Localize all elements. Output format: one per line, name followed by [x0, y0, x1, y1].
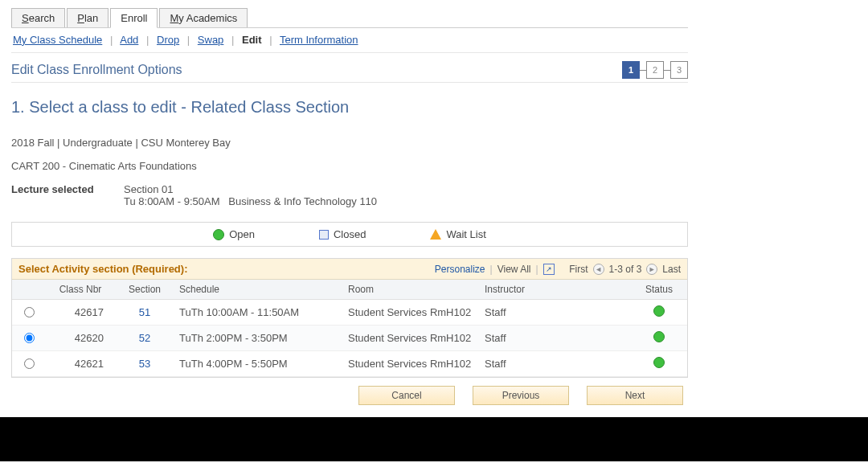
section-link[interactable]: 51 [139, 306, 150, 318]
tab-search[interactable]: Search [11, 8, 65, 27]
next-button[interactable]: Next [587, 386, 683, 405]
previous-button[interactable]: Previous [473, 386, 569, 405]
room-cell: Student Services RmH102 [342, 326, 478, 351]
main-tabs: Search Plan Enroll My Academics [11, 7, 688, 28]
class-table: Class Nbr Section Schedule Room Instruct… [12, 280, 687, 377]
view-all-link[interactable]: View All [497, 264, 531, 275]
legend-closed: Closed [319, 228, 366, 240]
lecture-selected-label: Lecture selected [11, 183, 124, 207]
prev-page-icon[interactable]: ◄ [593, 264, 604, 275]
tab-plan[interactable]: Plan [67, 8, 108, 27]
instructor-cell: Staff [478, 300, 631, 326]
select-radio[interactable] [24, 307, 35, 317]
instructor-cell: Staff [478, 351, 631, 377]
schedule-cell: TuTh 2:00PM - 3:50PM [173, 326, 342, 351]
room-cell: Student Services RmH102 [342, 351, 478, 377]
stepper: 1 2 3 [622, 61, 688, 79]
subnav-drop[interactable]: Drop [157, 34, 179, 46]
select-radio[interactable] [24, 333, 35, 343]
table-row: 4261751TuTh 10:00AM - 11:50AMStudent Ser… [12, 300, 687, 326]
lecture-schedule: Tu 8:00AM - 9:50AM Business & Info Techn… [124, 195, 377, 207]
legend-open: Open [213, 228, 255, 240]
button-row: Cancel Previous Next [11, 378, 688, 410]
cancel-button[interactable]: Cancel [358, 386, 455, 405]
legend-wait-label: Wait List [446, 228, 485, 240]
subnav-edit: Edit [242, 34, 262, 46]
subnav-add[interactable]: Add [120, 34, 138, 46]
step-connector [664, 70, 670, 71]
step-connector [640, 70, 646, 71]
legend-closed-label: Closed [334, 228, 366, 240]
room-cell: Student Services RmH102 [342, 300, 478, 326]
section-link[interactable]: 53 [139, 358, 150, 370]
instructor-cell: Staff [478, 326, 631, 351]
section-heading: 1. Select a class to edit - Related Clas… [11, 97, 413, 117]
legend: Open Closed Wait List [11, 222, 688, 247]
waitlist-icon [430, 229, 441, 240]
status-open-icon [653, 331, 665, 342]
subnav-term-information[interactable]: Term Information [280, 34, 358, 46]
closed-icon [319, 230, 329, 240]
status-open-icon [653, 357, 665, 368]
grid-title: Select Activity section (Required): [18, 263, 187, 275]
legend-open-label: Open [229, 228, 255, 240]
schedule-cell: TuTh 10:00AM - 11:50AM [173, 300, 342, 326]
term-line: 2018 Fall | Undergraduate | CSU Monterey… [11, 137, 688, 149]
class-nbr-cell: 42620 [44, 326, 117, 351]
grid-tools: Personalize | View All | ↗ First ◄ 1-3 o… [435, 264, 681, 275]
popout-icon[interactable]: ↗ [543, 264, 555, 275]
class-nbr-cell: 42621 [44, 351, 117, 377]
status-open-icon [653, 305, 665, 317]
personalize-link[interactable]: Personalize [435, 264, 485, 275]
page-title: Edit Class Enrollment Options [11, 58, 182, 82]
tab-my-academics[interactable]: My Academics [159, 8, 248, 27]
col-schedule: Schedule [173, 280, 342, 300]
class-nbr-cell: 42617 [44, 300, 117, 326]
first-link[interactable]: First [569, 264, 588, 275]
table-row: 4262153TuTh 4:00PM - 5:50PMStudent Servi… [12, 351, 687, 377]
course-line: CART 200 - Cinematic Arts Foundations [11, 160, 688, 172]
table-row: 4262052TuTh 2:00PM - 3:50PMStudent Servi… [12, 326, 687, 351]
col-status: Status [631, 280, 687, 300]
black-strip [0, 417, 868, 461]
lecture-section: Section 01 [124, 183, 377, 195]
select-radio[interactable] [24, 358, 35, 369]
subnav-my-class-schedule[interactable]: My Class Schedule [13, 34, 102, 46]
section-link[interactable]: 52 [139, 332, 150, 344]
next-page-icon[interactable]: ► [646, 264, 657, 275]
col-instructor: Instructor [478, 280, 631, 300]
step-2: 2 [646, 61, 664, 79]
lecture-selected-row: Lecture selected Section 01 Tu 8:00AM - … [11, 183, 688, 207]
lecture-selected-info: Section 01 Tu 8:00AM - 9:50AM Business &… [124, 183, 377, 207]
sub-nav: My Class Schedule | Add | Drop | Swap | … [11, 31, 688, 53]
last-link[interactable]: Last [662, 264, 681, 275]
col-section: Section [117, 280, 173, 300]
schedule-cell: TuTh 4:00PM - 5:50PM [173, 351, 342, 377]
range-text: 1-3 of 3 [609, 264, 642, 275]
step-1: 1 [622, 61, 640, 79]
col-room: Room [342, 280, 478, 300]
open-icon [213, 229, 224, 240]
step-3: 3 [670, 61, 688, 79]
tab-enroll[interactable]: Enroll [110, 8, 158, 28]
legend-waitlist: Wait List [430, 228, 485, 240]
activity-section-grid: Select Activity section (Required): Pers… [11, 258, 688, 378]
subnav-swap[interactable]: Swap [198, 34, 224, 46]
col-class-nbr: Class Nbr [44, 280, 117, 300]
